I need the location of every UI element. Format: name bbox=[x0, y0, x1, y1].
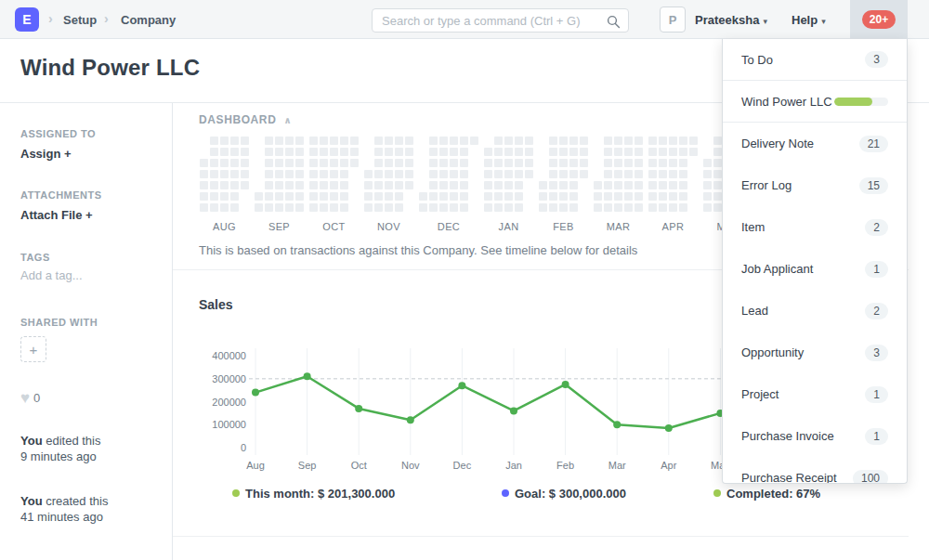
app-frame: E › Setup › Company P Prateeksha▾ Help▾ … bbox=[0, 0, 929, 560]
dropdown-item[interactable]: Error Log 15 bbox=[723, 164, 907, 206]
heatmap-cell bbox=[230, 137, 239, 145]
heatmap-cell bbox=[659, 192, 667, 201]
heatmap-cell bbox=[494, 137, 503, 145]
heatmap-cell bbox=[330, 170, 338, 178]
notifications-dropdown: To Do 3 Wind Power LLC Delivery Note 21 … bbox=[722, 39, 908, 484]
heatmap-cell bbox=[614, 137, 622, 145]
heatmap-cell bbox=[515, 170, 523, 178]
heatmap-cell bbox=[689, 137, 698, 145]
heatmap-cell bbox=[484, 170, 492, 178]
heatmap-cell bbox=[320, 148, 328, 156]
heatmap-cell bbox=[200, 181, 208, 189]
heatmap-cell bbox=[624, 170, 633, 178]
timeline-action: created this bbox=[46, 494, 108, 508]
heatmap-cell bbox=[265, 181, 273, 189]
heatmap-cell bbox=[230, 181, 239, 189]
avatar[interactable]: P bbox=[660, 7, 686, 33]
dropdown-item[interactable]: Project 1 bbox=[723, 373, 907, 415]
heatmap-cell bbox=[659, 181, 667, 189]
heatmap-cell bbox=[494, 170, 503, 178]
heatmap-cell bbox=[350, 137, 359, 145]
heatmap-cell bbox=[539, 192, 547, 201]
heatmap-cell bbox=[484, 181, 492, 189]
heatmap-cell bbox=[265, 159, 273, 167]
heatmap-cell bbox=[364, 181, 373, 189]
heatmap-cell bbox=[580, 159, 588, 167]
heatmap-cell bbox=[320, 192, 328, 201]
search-input[interactable] bbox=[382, 9, 595, 32]
heatmap-cell bbox=[635, 148, 643, 156]
dropdown-item[interactable]: Job Applicant 1 bbox=[723, 248, 907, 290]
data-point bbox=[665, 424, 673, 432]
heatmap-cell bbox=[429, 137, 438, 145]
heatmap-cell bbox=[439, 170, 448, 178]
heatmap-cell bbox=[515, 137, 523, 145]
heatmap-cell bbox=[295, 181, 304, 189]
heatmap-cell bbox=[679, 159, 687, 167]
heatmap-cell bbox=[405, 181, 413, 189]
dashboard-collapse-header[interactable]: DASHBOARD∧ bbox=[199, 113, 292, 126]
dropdown-item[interactable]: Lead 2 bbox=[723, 290, 907, 332]
navbar: E › Setup › Company P Prateeksha▾ Help▾ … bbox=[0, 0, 929, 39]
assign-button[interactable]: Assign + bbox=[20, 147, 72, 161]
like-button[interactable]: ♥0 bbox=[20, 389, 40, 408]
add-tag-input[interactable]: Add a tag... bbox=[20, 268, 83, 282]
heatmap-cell bbox=[210, 203, 218, 212]
heatmap-cell bbox=[429, 192, 438, 201]
x-tick-label: Apr bbox=[661, 460, 676, 471]
chevron-down-icon: ▾ bbox=[763, 17, 767, 26]
heatmap-cell bbox=[429, 159, 438, 167]
breadcrumb-company[interactable]: Company bbox=[121, 13, 176, 27]
heatmap-cell bbox=[210, 148, 218, 156]
dropdown-item-count: 100 bbox=[853, 470, 888, 485]
heatmap-month: SEP bbox=[255, 137, 304, 232]
heatmap-cell bbox=[559, 170, 568, 178]
breadcrumb-setup[interactable]: Setup bbox=[63, 13, 97, 27]
add-share-button[interactable]: + bbox=[20, 336, 46, 362]
heatmap-cell bbox=[285, 192, 294, 201]
dropdown-item[interactable]: To Do 3 bbox=[723, 39, 907, 81]
attach-file-button[interactable]: Attach File + bbox=[20, 208, 93, 222]
heatmap-cell bbox=[569, 137, 578, 145]
heatmap-cell bbox=[340, 170, 348, 178]
heatmap-cell bbox=[470, 137, 478, 145]
chevron-down-icon: ▾ bbox=[821, 17, 826, 26]
heatmap-cell bbox=[504, 192, 513, 201]
heatmap-cell bbox=[604, 170, 612, 178]
legend-dot-icon bbox=[232, 489, 240, 497]
heatmap-cell bbox=[614, 203, 622, 212]
dropdown-item[interactable]: Opportunity 3 bbox=[723, 332, 907, 373]
heatmap-cell bbox=[275, 203, 283, 212]
dropdown-item[interactable]: Delivery Note 21 bbox=[723, 123, 907, 164]
heatmap-cell bbox=[241, 148, 249, 156]
heatmap-cell bbox=[309, 181, 318, 189]
dropdown-item[interactable]: Item 2 bbox=[723, 206, 907, 248]
heatmap-cell bbox=[648, 170, 657, 178]
dropdown-item-count: 15 bbox=[859, 177, 888, 194]
help-menu[interactable]: Help▾ bbox=[792, 13, 826, 27]
dropdown-item[interactable]: Wind Power LLC bbox=[723, 81, 907, 123]
dropdown-item-count: 2 bbox=[865, 303, 888, 319]
dropdown-item[interactable]: Purchase Invoice 1 bbox=[723, 415, 907, 457]
heatmap-cell bbox=[385, 203, 393, 212]
dropdown-item[interactable]: Purchase Receipt 100 bbox=[723, 457, 907, 484]
dropdown-item-count: 3 bbox=[865, 345, 888, 361]
dropdown-item-count: 21 bbox=[859, 136, 888, 152]
app-logo[interactable]: E bbox=[15, 7, 39, 32]
heatmap-cell bbox=[385, 170, 393, 178]
heatmap-cell bbox=[515, 203, 523, 212]
heatmap-cell bbox=[569, 181, 578, 189]
heatmap-cell bbox=[220, 137, 229, 145]
notifications-button[interactable]: 20+ bbox=[850, 0, 908, 39]
heatmap-cell bbox=[559, 159, 568, 167]
heatmap-cell bbox=[374, 192, 383, 201]
sales-line bbox=[255, 376, 720, 428]
heatmap-cell bbox=[230, 203, 239, 212]
heatmap-cell bbox=[439, 181, 448, 189]
heatmap-cell bbox=[340, 148, 348, 156]
user-menu[interactable]: Prateeksha▾ bbox=[695, 13, 767, 27]
heatmap-cell bbox=[429, 170, 438, 178]
heatmap-cell bbox=[559, 181, 568, 189]
chevron-right-icon: › bbox=[48, 11, 53, 26]
heatmap-cell bbox=[504, 170, 513, 178]
